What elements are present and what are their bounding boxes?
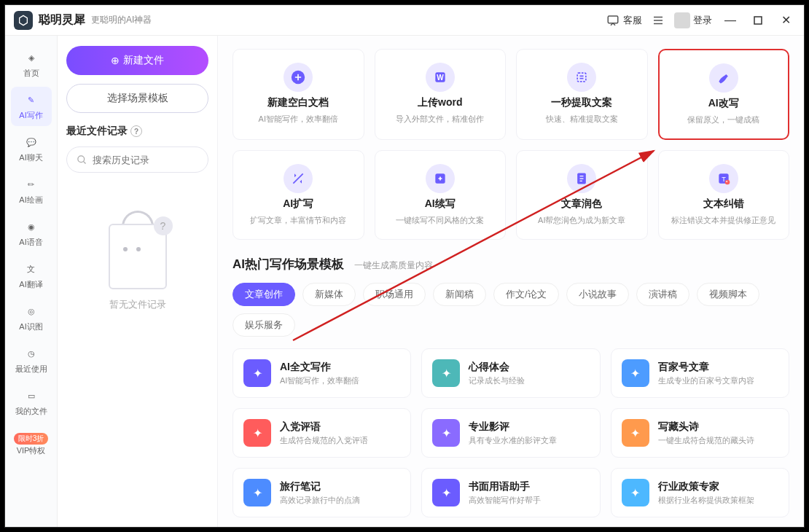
template-card-8[interactable]: ✦ 行业政策专家 根据行业名称提供政策框架 — [611, 468, 789, 517]
card-desc: 扩写文章，丰富情节和内容 — [250, 215, 346, 226]
template-card-4[interactable]: ✦ 专业影评 具有专业水准的影评文章 — [421, 408, 600, 458]
action-card-plus[interactable]: 新建空白文档 AI智能写作，效率翻倍 — [232, 49, 364, 140]
action-cards-grid: 新建空白文档 AI智能写作，效率翻倍W 上传word 导入外部文件，精准创作 一… — [232, 49, 789, 240]
rewrite-icon — [709, 63, 738, 93]
tab-3[interactable]: 新闻稿 — [433, 283, 486, 306]
sidebar-item-7[interactable]: ◷最近使用 — [11, 340, 52, 380]
choose-template-button[interactable]: 选择场景模板 — [66, 84, 208, 113]
sidebar-item-1[interactable]: ✎AI写作 — [11, 87, 52, 126]
card-desc: 快速、精准提取文案 — [546, 114, 618, 125]
chat-icon — [606, 13, 620, 28]
maximize-button[interactable] — [749, 11, 767, 30]
template-card-2[interactable]: ✦ 百家号文章 生成专业的百家号文章内容 — [611, 348, 789, 398]
sidebar-item-3[interactable]: ✏AI绘画 — [11, 171, 52, 211]
sidebar-icon: ◈ — [23, 50, 39, 66]
action-card-rewrite[interactable]: AI改写 保留原义，一键成稿 — [658, 49, 790, 140]
template-icon: ✦ — [622, 419, 649, 447]
svg-line-7 — [84, 161, 86, 163]
tab-4[interactable]: 作文/论文 — [493, 283, 559, 306]
template-card-7[interactable]: ✦ 书面用语助手 高效智能写作好帮手 — [421, 468, 600, 517]
tab-5[interactable]: 小说故事 — [566, 283, 629, 306]
action-card-correct[interactable]: T 文本纠错 标注错误文本并提供修正意见 — [658, 150, 790, 240]
sidebar-item-2[interactable]: 💬AI聊天 — [11, 129, 52, 168]
template-card-6[interactable]: ✦ 旅行笔记 高效记录旅行中的点滴 — [232, 468, 411, 517]
card-title: AI扩写 — [283, 197, 313, 211]
sidebar-item-6[interactable]: ◎AI识图 — [11, 298, 52, 337]
card-title: 一秒提取文案 — [551, 96, 612, 109]
sidebar-icon: ✏ — [23, 176, 39, 192]
template-card-3[interactable]: ✦ 入党评语 生成符合规范的入党评语 — [232, 408, 411, 458]
action-card-expand[interactable]: AI扩写 扩写文章，丰富情节和内容 — [232, 150, 364, 240]
action-card-polish[interactable]: 文章润色 AI帮您润色为成为新文章 — [516, 150, 648, 240]
svg-marker-0 — [20, 15, 28, 25]
template-cards-grid: ✦ AI全文写作 AI智能写作，效率翻倍✦ 心得体会 记录成长与经验✦ 百家号文… — [232, 348, 789, 517]
template-title: 旅行笔记 — [280, 480, 360, 493]
search-input[interactable] — [66, 146, 208, 173]
sidebar-icon: 💬 — [23, 134, 39, 150]
plus-icon — [284, 63, 313, 92]
word-icon: W — [426, 63, 455, 92]
sidebar-icon: ◉ — [23, 219, 39, 235]
minimize-button[interactable]: — — [721, 11, 740, 30]
action-card-continue[interactable]: AI续写 一键续写不同风格的文案 — [375, 150, 507, 240]
app-name: 聪明灵犀 — [39, 12, 85, 28]
action-card-word[interactable]: W 上传word 导入外部文件，精准创作 — [375, 49, 507, 140]
sidebar-label: AI绘画 — [19, 195, 42, 206]
card-title: 文章润色 — [561, 197, 602, 211]
customer-service-button[interactable]: 客服 — [606, 13, 642, 28]
sidebar-item-4[interactable]: ◉AI语音 — [11, 214, 52, 253]
template-desc: 具有专业水准的影评文章 — [469, 435, 557, 446]
template-icon: ✦ — [432, 359, 460, 387]
sidebar-label: AI语音 — [19, 237, 42, 248]
left-panel: ⊕ 新建文件 选择场景模板 最近文件记录 ? ? 暂无文件记录 — [58, 36, 218, 527]
template-tabs: 文章创作新媒体职场通用新闻稿作文/论文小说故事演讲稿视频脚本娱乐服务 — [232, 283, 789, 337]
sidebar-label: AI聊天 — [19, 152, 42, 163]
tab-7[interactable]: 视频脚本 — [697, 283, 759, 306]
template-card-5[interactable]: ✦ 写藏头诗 一键生成符合规范的藏头诗 — [611, 408, 789, 458]
tab-8[interactable]: 娱乐服务 — [232, 313, 295, 337]
template-desc: AI智能写作，效率翻倍 — [280, 375, 359, 386]
template-desc: 根据行业名称提供政策框架 — [658, 495, 754, 506]
tab-2[interactable]: 职场通用 — [363, 283, 426, 306]
tab-0[interactable]: 文章创作 — [232, 283, 295, 306]
sidebar-icon: ◷ — [23, 345, 39, 361]
main-content: 新建空白文档 AI智能写作，效率翻倍W 上传word 导入外部文件，精准创作 一… — [218, 36, 804, 527]
sidebar-item-5[interactable]: 文AI翻译 — [11, 256, 52, 295]
vip-badge: 限时3折 — [14, 433, 49, 445]
template-icon: ✦ — [622, 479, 649, 506]
template-title: 心得体会 — [469, 361, 525, 374]
extract-icon — [567, 63, 596, 92]
menu-icon[interactable] — [651, 13, 665, 28]
sidebar-item-9[interactable]: 限时3折VIP特权 — [11, 425, 52, 464]
sidebar-item-8[interactable]: ▭我的文件 — [11, 383, 52, 422]
card-title: 新建空白文档 — [267, 96, 329, 109]
close-button[interactable]: ✕ — [776, 11, 795, 30]
template-card-0[interactable]: ✦ AI全文写作 AI智能写作，效率翻倍 — [232, 348, 411, 398]
login-button[interactable]: 登录 — [674, 12, 712, 28]
template-desc: 高效智能写作好帮手 — [469, 495, 541, 506]
card-title: 上传word — [418, 96, 462, 109]
card-desc: AI智能写作，效率翻倍 — [259, 114, 338, 125]
app-tagline: 更聪明的AI神器 — [91, 14, 152, 26]
template-desc: 生成符合规范的入党评语 — [280, 435, 368, 446]
template-title: 写藏头诗 — [658, 420, 754, 434]
template-title: 百家号文章 — [658, 361, 754, 374]
card-desc: 一键续写不同风格的文案 — [396, 215, 484, 226]
template-card-1[interactable]: ✦ 心得体会 记录成长与经验 — [421, 348, 600, 398]
card-desc: AI帮您润色为成为新文章 — [538, 215, 625, 226]
svg-point-6 — [78, 155, 85, 162]
search-icon — [76, 152, 88, 167]
recent-header: 最近文件记录 ? — [66, 125, 208, 138]
sidebar-item-0[interactable]: ◈首页 — [11, 44, 52, 84]
template-title: 书面用语助手 — [469, 480, 541, 493]
tab-6[interactable]: 演讲稿 — [636, 283, 689, 306]
new-file-button[interactable]: ⊕ 新建文件 — [66, 46, 208, 75]
template-icon: ✦ — [432, 419, 460, 447]
card-title: AI改写 — [708, 97, 739, 110]
tab-1[interactable]: 新媒体 — [302, 283, 356, 306]
action-card-extract[interactable]: 一秒提取文案 快速、精准提取文案 — [516, 49, 648, 140]
template-desc: 一键生成符合规范的藏头诗 — [658, 435, 754, 446]
sidebar-label: AI识图 — [19, 321, 42, 332]
empty-state: ? 暂无文件记录 — [66, 211, 208, 311]
help-icon[interactable]: ? — [130, 125, 142, 137]
